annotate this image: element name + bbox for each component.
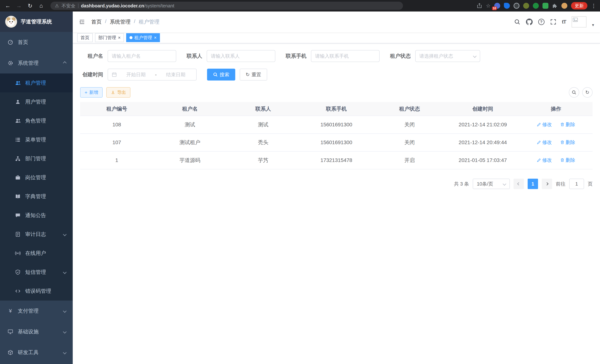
contact-input[interactable] — [211, 53, 271, 59]
browser-menu-icon[interactable]: ⋮ — [591, 3, 596, 9]
sidebar-item-role[interactable]: 角色管理 — [0, 111, 73, 130]
breadcrumb-home[interactable]: 首页 — [91, 18, 102, 25]
row-delete-button[interactable]: 删除 — [560, 121, 575, 128]
export-button[interactable]: 导出 — [106, 87, 131, 98]
date-start-placeholder[interactable]: 开始日期 — [119, 71, 153, 78]
browser-reload-icon[interactable]: ↻ — [26, 2, 34, 10]
row-edit-button[interactable]: 修改 — [537, 157, 552, 163]
avatar-caret-icon[interactable]: ▾ — [592, 23, 594, 28]
sidebar-item-label: 岗位管理 — [25, 174, 46, 181]
sidebar-toggle-icon[interactable] — [79, 19, 85, 25]
browser-actions: ☆ 10 更新 ⋮ — [477, 2, 596, 9]
extension-icon[interactable] — [533, 3, 539, 9]
sidebar-item-user[interactable]: 用户管理 — [0, 92, 73, 111]
pagination-goto-input[interactable] — [569, 179, 584, 189]
reset-button-label: 重置 — [252, 71, 261, 78]
chevron-down-icon — [63, 270, 67, 274]
sidebar-item-dept[interactable]: 部门管理 — [0, 149, 73, 168]
tenant-name-input-box — [108, 50, 176, 62]
edit-label: 修改 — [542, 121, 552, 128]
filter-create-time: 创建时间 开始日期 - 结束日期 — [80, 69, 197, 81]
row-delete-button[interactable]: 删除 — [560, 139, 575, 146]
cell-ops: 修改 删除 — [519, 116, 593, 134]
reset-button[interactable]: ↻ 重置 — [240, 69, 267, 81]
browser-home-icon[interactable]: ⌂ — [37, 2, 45, 10]
search-icon — [572, 90, 576, 95]
date-range-picker[interactable]: 开始日期 - 结束日期 — [108, 69, 197, 81]
column-header-contact: 联系人 — [226, 102, 300, 116]
row-edit-button[interactable]: 修改 — [537, 139, 552, 146]
row-delete-button[interactable]: 删除 — [560, 157, 575, 163]
extensions-puzzle-icon[interactable] — [552, 3, 558, 9]
sidebar-item-notice[interactable]: 通知公告 — [0, 206, 73, 225]
status-select[interactable]: 请选择租户状态 — [415, 50, 480, 62]
browser-back-icon[interactable]: ← — [4, 2, 12, 10]
sidebar-item-sms[interactable]: 短信管理 — [0, 263, 73, 282]
add-button[interactable]: + 新增 — [80, 87, 103, 98]
tab-home[interactable]: 首页 — [77, 33, 93, 42]
filter-label: 联系手机 — [286, 53, 307, 60]
user-avatar[interactable] — [572, 16, 586, 28]
extension-icon-with-badge[interactable]: 10 — [494, 3, 500, 9]
sidebar-item-dev[interactable]: 研发工具 — [0, 342, 73, 363]
sidebar-item-online[interactable]: 在线用户 — [0, 244, 73, 263]
browser-profile-avatar[interactable] — [562, 3, 567, 9]
bookmark-star-icon[interactable]: ☆ — [486, 3, 490, 9]
help-icon[interactable]: ? — [538, 19, 544, 25]
extension-icon[interactable] — [523, 3, 529, 9]
sidebar-item-dict[interactable]: 字典管理 — [0, 187, 73, 206]
sidebar-item-pay[interactable]: ¥ 支付管理 — [0, 300, 73, 321]
browser-update-button[interactable]: 更新 — [571, 2, 587, 9]
toggle-search-button[interactable] — [569, 87, 579, 98]
date-end-placeholder[interactable]: 结束日期 — [159, 71, 193, 78]
pagination-page-button[interactable]: 1 — [528, 179, 538, 189]
sidebar-item-home[interactable]: 首页 — [0, 32, 73, 53]
fullscreen-icon[interactable] — [550, 19, 556, 25]
tenant-name-input[interactable] — [112, 53, 172, 59]
cell-mobile: 15601691300 — [300, 134, 373, 151]
chevron-down-icon — [473, 54, 477, 58]
sidebar-item-label: 通知公告 — [25, 212, 46, 219]
share-icon[interactable] — [477, 3, 482, 9]
refresh-table-button[interactable]: ↻ — [582, 87, 593, 98]
security-label[interactable]: 不安全 — [62, 3, 75, 9]
row-edit-button[interactable]: 修改 — [537, 121, 552, 128]
table-toolbar: + 新增 导出 ↻ — [80, 87, 593, 98]
sidebar-item-audit[interactable]: 审计日志 — [0, 225, 73, 244]
extension-badge: 10 — [492, 7, 497, 10]
breadcrumb-system[interactable]: 系统管理 — [110, 18, 131, 25]
extension-icon[interactable] — [514, 3, 519, 9]
tab-dept[interactable]: 部门管理 × — [95, 33, 124, 42]
sidebar-item-menu[interactable]: 菜单管理 — [0, 130, 73, 149]
trash-icon — [560, 122, 564, 127]
tab-tenant[interactable]: 租户管理 × — [126, 33, 160, 42]
sidebar-item-infra[interactable]: 基础设施 — [0, 321, 73, 342]
extension-icon[interactable] — [543, 3, 548, 9]
update-label: 更新 — [575, 3, 584, 9]
mobile-input[interactable] — [315, 53, 375, 59]
font-size-icon[interactable]: tT — [562, 19, 566, 25]
extension-icon[interactable] — [504, 3, 510, 9]
sidebar-item-system[interactable]: 系统管理 — [0, 53, 73, 74]
pagination-goto-label: 前往 — [556, 181, 565, 187]
browser-forward-icon[interactable]: → — [15, 2, 23, 10]
app-logo[interactable]: 芋道管理系统 — [0, 11, 73, 32]
pagination-next-button[interactable] — [542, 179, 552, 189]
sidebar-item-tenant[interactable]: 租户管理 — [0, 74, 73, 92]
tab-close-icon[interactable]: × — [154, 36, 157, 40]
page-size-select[interactable]: 10条/页 — [473, 179, 510, 189]
cell-id: 1 — [80, 151, 153, 169]
search-button[interactable]: 搜索 — [207, 69, 235, 81]
address-bar[interactable]: ⚠ 不安全 dashboard.yudao.iocoder.cn/system/… — [50, 2, 403, 10]
pencil-icon — [537, 140, 541, 145]
sidebar-item-errcode[interactable]: 错误码管理 — [0, 282, 73, 300]
pagination-prev-button[interactable] — [514, 179, 524, 189]
sidebar-item-post[interactable]: 岗位管理 — [0, 168, 73, 187]
edit-label: 修改 — [542, 157, 552, 163]
filter-label: 创建时间 — [80, 71, 103, 78]
tab-close-icon[interactable]: × — [118, 36, 121, 40]
not-secure-warning-icon: ⚠ — [55, 3, 59, 8]
cell-ops: 修改 删除 — [519, 134, 593, 151]
github-icon[interactable] — [526, 19, 533, 25]
search-icon[interactable] — [514, 19, 520, 25]
